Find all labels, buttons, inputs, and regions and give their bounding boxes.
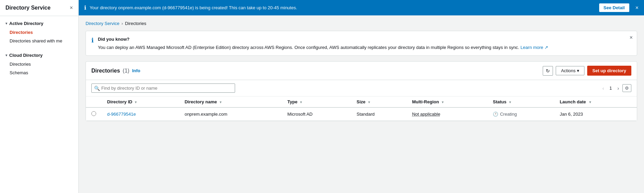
- directories-table: Directory ID ▾ Directory name ▾ Type ▾: [86, 96, 637, 121]
- sort-icon-status[interactable]: ▾: [509, 100, 511, 104]
- search-input[interactable]: [91, 83, 235, 93]
- column-settings-button[interactable]: ⚙: [622, 84, 631, 92]
- col-radio: [86, 96, 102, 107]
- content-area: Directory Service › Directories ℹ Did yo…: [79, 15, 644, 193]
- info-icon: ℹ: [84, 4, 86, 11]
- panel-header: Directories (1) Info ↻ Actions ▾ Set up …: [86, 62, 637, 80]
- actions-dropdown-icon: ▾: [577, 68, 579, 73]
- col-type: Type ▾: [282, 96, 351, 107]
- col-launch-date: Launch date ▼: [554, 96, 637, 107]
- table-header-row: Directory ID ▾ Directory name ▾ Type ▾: [86, 96, 637, 107]
- directory-id-link[interactable]: d-966779541e: [107, 112, 136, 117]
- panel-title-label: Directories: [91, 68, 120, 74]
- pagination-controls: ‹ 1 › ⚙: [601, 84, 631, 92]
- prev-icon: ‹: [602, 86, 604, 91]
- refresh-icon: ↻: [546, 68, 550, 74]
- info-box-title: Did you know?: [98, 36, 631, 43]
- row-size: Standard: [351, 107, 407, 121]
- table-row: d-966779541e onprem.example.com Microsof…: [86, 107, 637, 121]
- panel-actions: ↻ Actions ▾ Set up directory: [543, 66, 631, 76]
- row-select-radio[interactable]: [91, 111, 96, 116]
- row-directory-name: onprem.example.com: [179, 107, 282, 121]
- sidebar-group-label: Active Directory: [9, 21, 43, 26]
- next-page-button[interactable]: ›: [616, 85, 620, 92]
- multi-region-value: Not applicable: [412, 112, 440, 117]
- search-row: 🔍 ‹ 1 › ⚙: [86, 80, 637, 96]
- sidebar-item-cloud-directories[interactable]: Directories: [0, 60, 78, 68]
- row-radio-cell: [86, 107, 102, 121]
- sidebar-group-cloud-directory[interactable]: ▾ Cloud Directory: [0, 51, 78, 60]
- page-number: 1: [607, 85, 614, 91]
- status-creating: 🕐 Creating: [493, 112, 549, 117]
- sidebar-item-shared[interactable]: Directories shared with me: [0, 37, 78, 45]
- info-box-close-button[interactable]: ×: [630, 35, 633, 41]
- status-clock-icon: 🕐: [493, 112, 498, 117]
- col-status: Status ▾: [487, 96, 554, 107]
- info-box: ℹ Did you know? You can deploy an AWS Ma…: [86, 31, 637, 56]
- breadcrumb-current: Directories: [125, 21, 146, 26]
- sidebar: Directory Service × ▾ Active Directory D…: [0, 0, 79, 193]
- learn-more-link[interactable]: Learn more ↗: [520, 45, 548, 50]
- panel-title: Directories (1) Info: [91, 68, 140, 74]
- next-icon: ›: [617, 86, 619, 91]
- close-notification-button[interactable]: ×: [635, 5, 639, 11]
- col-multi-region: Multi-Region ▾: [407, 96, 487, 107]
- row-type: Microsoft AD: [282, 107, 351, 121]
- col-directory-name: Directory name ▾: [179, 96, 282, 107]
- sort-icon-launch-date[interactable]: ▼: [589, 100, 592, 104]
- notification-bar: ℹ Your directory onprem.example.com (d-9…: [79, 0, 644, 15]
- breadcrumb-separator: ›: [121, 21, 123, 26]
- sort-icon-size[interactable]: ▾: [368, 100, 370, 104]
- settings-icon: ⚙: [625, 86, 629, 91]
- sort-icon-dir-name[interactable]: ▾: [220, 100, 221, 104]
- row-status: 🕐 Creating: [487, 107, 554, 121]
- sidebar-close-button[interactable]: ×: [70, 5, 73, 11]
- sidebar-active-directory-section: ▾ Active Directory Directories Directori…: [0, 16, 78, 48]
- chevron-down-icon-2: ▾: [5, 53, 7, 57]
- panel-info-link[interactable]: Info: [132, 68, 140, 73]
- info-box-content: Did you know? You can deploy an AWS Mana…: [98, 36, 631, 51]
- breadcrumb: Directory Service › Directories: [86, 21, 637, 26]
- search-wrapper: 🔍: [91, 83, 235, 93]
- sidebar-item-schemas[interactable]: Schemas: [0, 68, 78, 77]
- sidebar-group-active-directory[interactable]: ▾ Active Directory: [0, 19, 78, 28]
- row-directory-id: d-966779541e: [102, 107, 179, 121]
- row-launch-date: Jan 6, 2023: [554, 107, 637, 121]
- sort-icon-multi-region[interactable]: ▾: [442, 100, 443, 104]
- sidebar-cloud-directory-section: ▾ Cloud Directory Directories Schemas: [0, 48, 78, 80]
- info-circle-icon: ℹ: [91, 37, 94, 44]
- see-detail-button[interactable]: See Detail: [599, 3, 629, 12]
- prev-page-button[interactable]: ‹: [601, 85, 605, 92]
- actions-button[interactable]: Actions ▾: [556, 66, 584, 75]
- sidebar-group-label-cloud: Cloud Directory: [9, 53, 43, 58]
- info-box-text: You can deploy an AWS Managed Microsoft …: [98, 44, 631, 51]
- sort-icon-type[interactable]: ▾: [300, 100, 302, 104]
- chevron-down-icon: ▾: [5, 22, 7, 25]
- refresh-button[interactable]: ↻: [543, 66, 553, 76]
- directories-panel: Directories (1) Info ↻ Actions ▾ Set up …: [86, 61, 637, 121]
- status-text: Creating: [500, 112, 517, 117]
- sort-icon-dir-id[interactable]: ▾: [135, 100, 137, 104]
- search-icon: 🔍: [94, 86, 100, 91]
- actions-label: Actions: [561, 68, 576, 73]
- setup-directory-button[interactable]: Set up directory: [587, 66, 631, 76]
- sidebar-title: Directory Service: [5, 5, 51, 11]
- breadcrumb-link[interactable]: Directory Service: [86, 21, 119, 26]
- col-directory-id: Directory ID ▾: [102, 96, 179, 107]
- col-size: Size ▾: [351, 96, 407, 107]
- main-content: ℹ Your directory onprem.example.com (d-9…: [79, 0, 644, 193]
- panel-count: (1): [123, 68, 130, 74]
- sidebar-header: Directory Service ×: [0, 0, 78, 16]
- row-multi-region: Not applicable: [407, 107, 487, 121]
- sidebar-item-directories[interactable]: Directories: [0, 28, 78, 37]
- notification-text: Your directory onprem.example.com (d-966…: [90, 5, 596, 10]
